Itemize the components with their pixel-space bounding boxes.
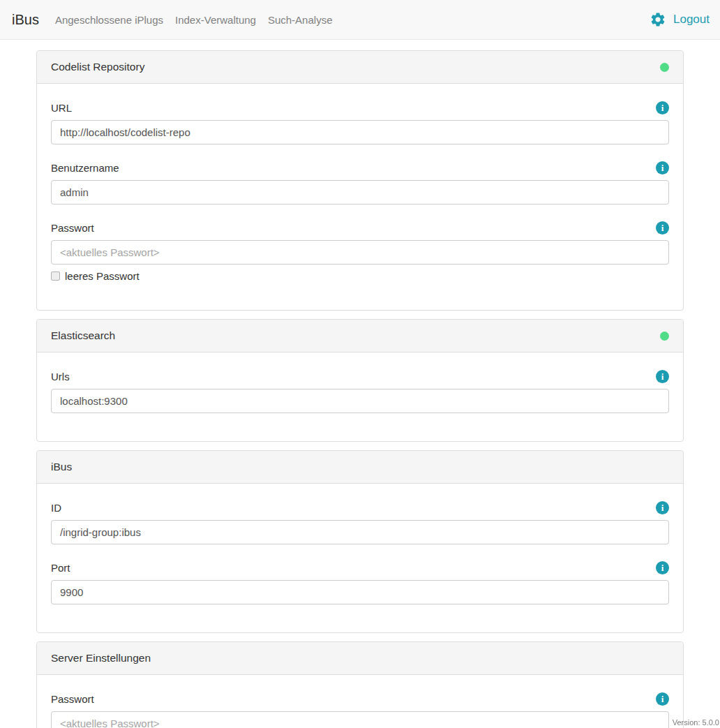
nav-item-such-analyse[interactable]: Such-Analyse	[268, 11, 333, 29]
field-label-row: Passwort i	[51, 692, 669, 706]
nav-right: Logout	[650, 11, 710, 28]
card-header: iBus	[37, 451, 683, 484]
field-label-row: Benutzername i	[51, 161, 669, 174]
field-label-row: ID i	[51, 501, 669, 514]
text-input[interactable]	[51, 711, 669, 728]
checkbox-row: leeres Passwort	[51, 270, 669, 282]
status-ok-dot	[660, 332, 669, 341]
form-field: Passwort i leeres Passwort	[51, 221, 669, 282]
text-input[interactable]	[51, 180, 669, 205]
card-header: Elasticsearch	[37, 320, 683, 352]
card-header: Codelist Repository	[37, 51, 683, 84]
cards-container: Codelist Repository URL i Benutzername i…	[0, 40, 720, 728]
nav-item-angeschlossene-iplugs[interactable]: Angeschlossene iPlugs	[55, 11, 163, 29]
field-label: Passwort	[51, 222, 94, 234]
text-input[interactable]	[51, 389, 669, 413]
form-field: Benutzername i	[51, 161, 669, 205]
form-field: Port i	[51, 561, 669, 604]
settings-card: Elasticsearch Urls i	[36, 319, 684, 442]
card-body: Passwort i	[37, 675, 683, 728]
info-icon[interactable]: i	[656, 221, 669, 235]
card-title: Server Einstellungen	[51, 652, 151, 664]
form-field: URL i	[51, 101, 669, 144]
card-body: ID i Port i	[37, 484, 683, 632]
card-title: Elasticsearch	[51, 329, 115, 342]
card-body: URL i Benutzername i Passwort i leeres P…	[37, 84, 683, 310]
field-label-row: URL i	[51, 101, 669, 114]
empty-password-checkbox[interactable]	[51, 272, 60, 281]
card-header: Server Einstellungen	[37, 642, 683, 675]
gear-icon[interactable]	[650, 11, 666, 28]
info-icon[interactable]: i	[656, 501, 669, 514]
field-label-row: Port i	[51, 561, 669, 574]
card-title: Codelist Repository	[51, 61, 144, 73]
info-icon[interactable]: i	[656, 561, 669, 574]
version-label: Version: 5.0.0	[673, 718, 719, 727]
settings-card: iBus ID i Port i	[36, 450, 684, 633]
text-input[interactable]	[51, 240, 669, 265]
field-label: ID	[51, 502, 61, 514]
field-label: Benutzername	[51, 162, 119, 174]
info-icon[interactable]: i	[656, 370, 669, 383]
field-label: Port	[51, 562, 70, 574]
field-label-row: Urls i	[51, 370, 669, 383]
text-input[interactable]	[51, 520, 669, 544]
info-icon[interactable]: i	[656, 161, 669, 174]
info-icon[interactable]: i	[656, 692, 669, 706]
nav-item-index-verwaltung[interactable]: Index-Verwaltung	[175, 11, 256, 29]
field-label: Passwort	[51, 693, 94, 705]
card-title: iBus	[51, 461, 72, 473]
form-field: Urls i	[51, 370, 669, 413]
field-label: Urls	[51, 371, 70, 382]
navbar: iBus Angeschlossene iPlugs Index-Verwalt…	[0, 0, 720, 40]
form-field: Passwort i	[51, 692, 669, 728]
checkbox-label[interactable]: leeres Passwort	[65, 270, 140, 282]
card-body: Urls i	[37, 352, 683, 441]
brand-ibus[interactable]: iBus	[12, 12, 39, 28]
settings-card: Server Einstellungen Passwort i	[36, 641, 684, 728]
nav-links: Angeschlossene iPlugs Index-Verwaltung S…	[55, 11, 333, 29]
form-field: ID i	[51, 501, 669, 544]
field-label-row: Passwort i	[51, 221, 669, 235]
info-icon[interactable]: i	[656, 101, 669, 114]
text-input[interactable]	[51, 120, 669, 144]
text-input[interactable]	[51, 580, 669, 604]
logout-link[interactable]: Logout	[673, 13, 710, 27]
status-ok-dot	[660, 63, 669, 72]
field-label: URL	[51, 102, 72, 114]
settings-card: Codelist Repository URL i Benutzername i…	[36, 50, 684, 311]
